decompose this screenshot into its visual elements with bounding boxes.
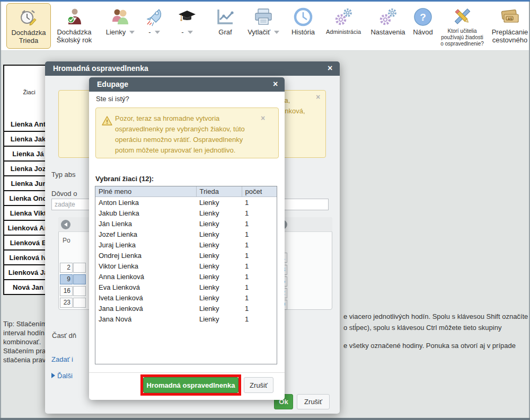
annotation-highlight-box: Hromadná ospravedlnenka — [140, 374, 241, 396]
more-options-link[interactable]: Ďalši — [51, 371, 73, 380]
toolbar-item-graduation-dropdown[interactable]: - — [171, 2, 204, 50]
student-row: Eva LienkováLienky1 — [95, 282, 277, 292]
toolbar-item-administracia[interactable]: Administrácia — [320, 2, 367, 50]
calendar-prev-button[interactable] — [61, 220, 70, 229]
col-header-full-name: Plné meno — [95, 186, 196, 197]
pencil-ruler-icon — [451, 6, 473, 28]
toolbar-label-navod: Návod — [413, 28, 433, 36]
calendar-date-cell[interactable] — [73, 298, 86, 308]
calendar-date-cell[interactable]: 16 — [60, 286, 73, 296]
col-header-class: Trieda — [196, 186, 242, 197]
calendar-date-cell[interactable] — [73, 286, 86, 296]
toolbar-label-dash-cap: - — [181, 28, 183, 36]
chevron-down-icon — [188, 31, 193, 34]
calendar-date-cell[interactable]: 2 — [60, 263, 73, 273]
student-row: Anton LienkaLienky1 — [95, 197, 277, 208]
alarm-clock-icon — [19, 6, 39, 29]
svg-text:!: ! — [106, 119, 108, 125]
window-border-bottom — [0, 418, 530, 420]
student-row: Jozef LienkaLienky1 — [95, 229, 277, 239]
gears-icon — [333, 6, 354, 28]
calendar-day-monday: Po — [63, 237, 70, 244]
question-icon: ? — [412, 6, 434, 28]
expand-arrow-icon — [51, 373, 55, 378]
student-row: Jana NováLienky1 — [95, 314, 277, 324]
toolbar-item-graf[interactable]: Graf — [210, 2, 241, 50]
reason-label: Dôvod o — [51, 190, 77, 198]
absence-type-label: Typ abs — [51, 171, 76, 178]
toolbar-item-vytlacit-dropdown[interactable]: Vytlačiť — [241, 2, 286, 50]
toolbar-item-preplacanie[interactable]: A$ Preplácanie cestovného — [488, 2, 530, 50]
toolbar-item-lienky-dropdown[interactable]: Lienky — [103, 2, 138, 50]
toolbar-label-dash-rocket: - — [148, 28, 151, 36]
student-row: Jana LienkováLienky1 — [95, 303, 277, 314]
student-row: Ondrej LienkaLienky1 — [95, 250, 277, 261]
toolbar-item-historia[interactable]: História — [286, 2, 320, 50]
toolbar-label-dochadzka-skolsky-rok: Dochádzka Školský rok — [57, 28, 92, 44]
close-icon[interactable]: × — [316, 93, 320, 101]
selected-students-table: Plné meno Trieda počet Anton LienkaLienk… — [95, 186, 277, 364]
window-border-left — [0, 2, 1, 418]
toolbar-label-nastavenia: Nastavenia — [370, 28, 405, 36]
toolbar-item-navod[interactable]: ? Návod — [409, 2, 437, 50]
footer-divider — [89, 372, 285, 373]
person-check-icon — [64, 6, 84, 28]
toolbar-item-dochadzka-trieda[interactable]: Dochádzka Trieda — [6, 3, 51, 49]
chevron-down-icon — [129, 31, 135, 34]
student-row: Viktor LienkaLienky1 — [95, 261, 277, 271]
app-window: Dochádzka Trieda Dochádzka Školský rok L… — [0, 0, 530, 420]
day-part-label: Časť dň — [52, 332, 76, 339]
chevron-down-icon — [155, 31, 160, 34]
toolbar-label-historia: História — [292, 28, 315, 36]
enter-interval-link[interactable]: Zadať i — [51, 355, 73, 363]
chevron-down-icon — [274, 31, 279, 34]
close-icon[interactable]: × — [328, 64, 332, 73]
student-row: Juraj LienkaLienky1 — [95, 239, 277, 250]
cancel-button-outer[interactable]: Zrušiť — [297, 394, 330, 409]
background-help-line-2: o stĺpec), spolu s klávesou Ctrl môžete … — [343, 324, 501, 332]
calendar-date-cell[interactable] — [73, 274, 86, 284]
calendar-date-cell[interactable] — [73, 263, 86, 273]
toolbar-label-vytlacit: Vytlačiť — [248, 28, 270, 36]
graduation-cap-icon — [177, 6, 197, 28]
tickets-icon: A$ — [499, 6, 520, 28]
edupage-dialog-titlebar[interactable]: Edupage — [89, 77, 285, 92]
calendar-date-cell[interactable]: 9 — [60, 274, 73, 284]
main-toolbar: Dochádzka Trieda Dochádzka Školský rok L… — [1, 2, 529, 51]
toolbar-label-lienky: Lienky — [106, 28, 126, 36]
student-row: Iveta LienkováLienky1 — [95, 292, 277, 303]
selected-students-label: Vybraní žiaci (12): — [95, 175, 154, 183]
toolbar-label-dochadzka-trieda: Dochádzka Trieda — [11, 29, 46, 44]
chart-icon — [215, 6, 235, 28]
gears-icon — [378, 6, 398, 28]
student-row: Jakub LienkaLienky1 — [95, 208, 277, 218]
toolbar-item-nastavenia[interactable]: Nastavenia — [367, 2, 409, 50]
toolbar-item-dochadzka-skolsky-rok[interactable]: Dochádzka Školský rok — [52, 2, 96, 50]
student-row: Ján LienkaLienky1 — [95, 218, 277, 229]
toolbar-item-rocket-dropdown[interactable]: - — [138, 2, 171, 50]
svg-text:?: ? — [420, 12, 426, 23]
printer-icon — [253, 6, 273, 28]
rocket-icon — [144, 6, 164, 28]
close-icon[interactable]: × — [261, 114, 265, 122]
confirm-question: Ste si istý? — [96, 95, 129, 103]
toolbar-label-ucitelia: Ktorí učitelia používajú žiadosti o ospr… — [440, 28, 484, 47]
dialog-title: Hromadná ospravedlnenka — [45, 64, 148, 73]
selected-students-tbody: Anton LienkaLienky1Jakub LienkaLienky1Já… — [95, 197, 277, 325]
toolbar-item-ucitelia-ziadosti[interactable]: Ktorí učitelia používajú žiadosti o ospr… — [437, 2, 488, 50]
calendar-date-cell[interactable]: 23 — [60, 298, 73, 308]
history-clock-icon — [293, 6, 314, 28]
bulk-excuse-confirm-button[interactable]: Hromadná ospravedlnenka — [143, 377, 238, 393]
dialog-title: Edupage — [89, 80, 128, 88]
background-help-line-1: e viacero jednotlivých hodín. Spolu s kl… — [343, 312, 528, 320]
inner-warning-text: Pozor, teraz sa hromadne vytvoria osprav… — [115, 113, 259, 156]
bulk-excuse-dialog-titlebar[interactable]: Hromadná ospravedlnenka — [45, 61, 340, 76]
students-icon — [110, 6, 130, 28]
toolbar-label-graf: Graf — [218, 28, 232, 36]
student-row: Anna LienkováLienky1 — [95, 271, 277, 282]
cancel-button-inner[interactable]: Zrušiť — [244, 377, 273, 393]
col-header-count: počet — [242, 186, 277, 197]
toolbar-label-administracia: Administrácia — [326, 28, 361, 36]
toolbar-label-preplacanie: Preplácanie cestovného — [492, 28, 528, 44]
close-icon[interactable]: × — [273, 80, 278, 88]
